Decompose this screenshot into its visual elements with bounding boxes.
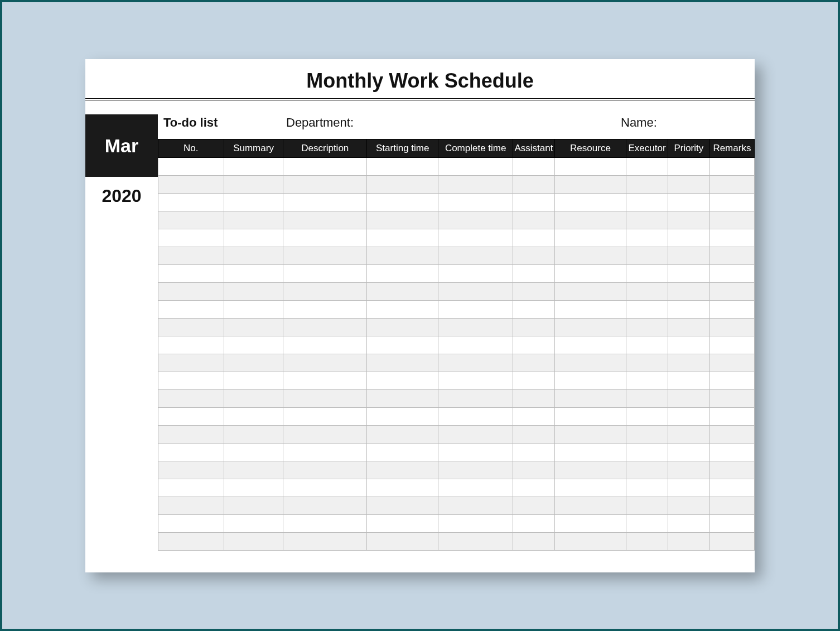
table-cell[interactable] — [554, 211, 626, 229]
table-cell[interactable] — [224, 479, 283, 497]
table-cell[interactable] — [438, 193, 513, 211]
table-cell[interactable] — [626, 211, 668, 229]
table-cell[interactable] — [158, 425, 224, 443]
table-cell[interactable] — [626, 193, 668, 211]
table-cell[interactable] — [224, 497, 283, 514]
table-cell[interactable] — [513, 461, 555, 479]
table-cell[interactable] — [224, 193, 283, 211]
table-cell[interactable] — [709, 282, 754, 300]
table-cell[interactable] — [709, 175, 754, 193]
table-cell[interactable] — [668, 193, 709, 211]
table-cell[interactable] — [283, 497, 367, 514]
table-cell[interactable] — [668, 211, 709, 229]
table-cell[interactable] — [158, 461, 224, 479]
table-cell[interactable] — [554, 443, 626, 461]
table-cell[interactable] — [224, 372, 283, 389]
table-cell[interactable] — [626, 175, 668, 193]
table-cell[interactable] — [554, 229, 626, 247]
table-cell[interactable] — [367, 193, 438, 211]
table-cell[interactable] — [158, 479, 224, 497]
table-cell[interactable] — [438, 532, 513, 550]
table-cell[interactable] — [668, 479, 709, 497]
table-cell[interactable] — [367, 425, 438, 443]
table-cell[interactable] — [283, 175, 367, 193]
table-cell[interactable] — [367, 372, 438, 389]
table-cell[interactable] — [158, 282, 224, 300]
table-cell[interactable] — [554, 479, 626, 497]
table-cell[interactable] — [513, 497, 555, 514]
table-cell[interactable] — [709, 193, 754, 211]
table-cell[interactable] — [283, 532, 367, 550]
table-cell[interactable] — [626, 425, 668, 443]
table-cell[interactable] — [283, 300, 367, 318]
table-cell[interactable] — [283, 389, 367, 407]
table-cell[interactable] — [224, 211, 283, 229]
table-cell[interactable] — [709, 389, 754, 407]
table-cell[interactable] — [626, 229, 668, 247]
table-cell[interactable] — [158, 336, 224, 354]
table-cell[interactable] — [668, 300, 709, 318]
table-cell[interactable] — [158, 354, 224, 372]
table-cell[interactable] — [626, 407, 668, 425]
table-cell[interactable] — [554, 461, 626, 479]
table-cell[interactable] — [224, 300, 283, 318]
table-cell[interactable] — [224, 282, 283, 300]
table-cell[interactable] — [709, 229, 754, 247]
table-cell[interactable] — [709, 514, 754, 532]
table-cell[interactable] — [438, 282, 513, 300]
table-cell[interactable] — [438, 336, 513, 354]
table-cell[interactable] — [367, 318, 438, 336]
table-cell[interactable] — [626, 514, 668, 532]
table-cell[interactable] — [709, 479, 754, 497]
table-cell[interactable] — [438, 443, 513, 461]
table-cell[interactable] — [438, 300, 513, 318]
table-cell[interactable] — [438, 497, 513, 514]
table-cell[interactable] — [438, 175, 513, 193]
table-cell[interactable] — [283, 372, 367, 389]
table-cell[interactable] — [438, 407, 513, 425]
table-cell[interactable] — [513, 282, 555, 300]
table-cell[interactable] — [709, 425, 754, 443]
table-cell[interactable] — [367, 479, 438, 497]
table-cell[interactable] — [709, 407, 754, 425]
table-cell[interactable] — [709, 300, 754, 318]
table-cell[interactable] — [626, 372, 668, 389]
table-cell[interactable] — [367, 247, 438, 264]
table-cell[interactable] — [513, 193, 555, 211]
table-cell[interactable] — [367, 407, 438, 425]
table-cell[interactable] — [554, 157, 626, 175]
table-cell[interactable] — [513, 354, 555, 372]
table-cell[interactable] — [224, 443, 283, 461]
table-cell[interactable] — [158, 229, 224, 247]
table-cell[interactable] — [554, 372, 626, 389]
table-cell[interactable] — [367, 282, 438, 300]
table-cell[interactable] — [367, 389, 438, 407]
table-cell[interactable] — [668, 461, 709, 479]
table-cell[interactable] — [626, 336, 668, 354]
table-cell[interactable] — [367, 354, 438, 372]
table-cell[interactable] — [438, 211, 513, 229]
table-cell[interactable] — [513, 157, 555, 175]
table-cell[interactable] — [283, 443, 367, 461]
table-cell[interactable] — [513, 211, 555, 229]
table-cell[interactable] — [513, 336, 555, 354]
table-cell[interactable] — [513, 300, 555, 318]
table-cell[interactable] — [626, 532, 668, 550]
table-cell[interactable] — [224, 336, 283, 354]
table-cell[interactable] — [554, 247, 626, 264]
table-cell[interactable] — [158, 318, 224, 336]
table-cell[interactable] — [709, 372, 754, 389]
table-cell[interactable] — [626, 497, 668, 514]
table-cell[interactable] — [283, 157, 367, 175]
table-cell[interactable] — [668, 532, 709, 550]
table-cell[interactable] — [283, 479, 367, 497]
table-cell[interactable] — [367, 211, 438, 229]
table-cell[interactable] — [709, 461, 754, 479]
table-cell[interactable] — [438, 372, 513, 389]
table-cell[interactable] — [626, 389, 668, 407]
table-cell[interactable] — [158, 514, 224, 532]
table-cell[interactable] — [367, 461, 438, 479]
table-cell[interactable] — [513, 264, 555, 282]
table-cell[interactable] — [668, 425, 709, 443]
table-cell[interactable] — [709, 264, 754, 282]
